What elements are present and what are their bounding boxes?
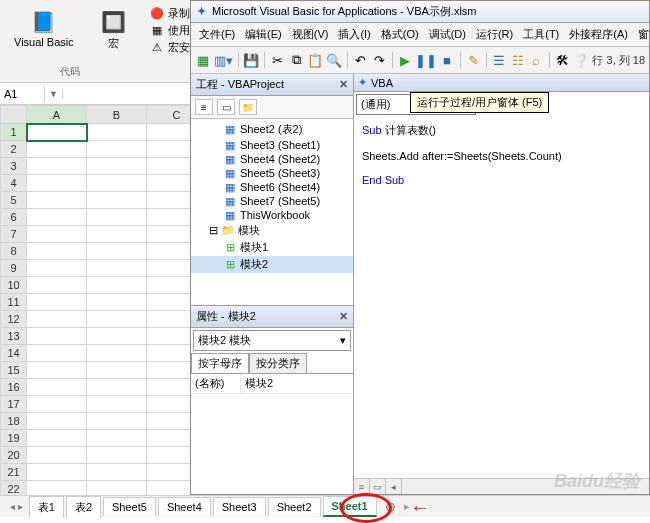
- properties-close-icon[interactable]: ✕: [339, 310, 348, 323]
- menu-format[interactable]: 格式(O): [377, 25, 423, 44]
- row-header[interactable]: 18: [1, 413, 27, 430]
- view-code-icon[interactable]: ≡: [195, 99, 213, 115]
- view-object-icon[interactable]: ▭: [217, 99, 235, 115]
- code-hscroll[interactable]: ≡ ▭ ◂: [354, 478, 649, 494]
- vba-titlebar[interactable]: ✦ Microsoft Visual Basic for Application…: [191, 1, 649, 23]
- toggle-folders-icon[interactable]: 📁: [239, 99, 257, 115]
- menu-window[interactable]: 窗口(: [634, 25, 650, 44]
- property-name-key: (名称): [191, 374, 241, 393]
- scroll-left-icon[interactable]: ◂: [386, 479, 402, 494]
- row-header[interactable]: 2: [1, 141, 27, 158]
- copy-icon[interactable]: ⧉: [289, 50, 305, 70]
- tab-scroll-right-icon[interactable]: ▸: [404, 500, 410, 513]
- row-header[interactable]: 10: [1, 277, 27, 294]
- menu-view[interactable]: 视图(V): [288, 25, 333, 44]
- tree-sheet-item[interactable]: ▦Sheet4 (Sheet2): [191, 152, 353, 166]
- tree-sheet-item[interactable]: ▦Sheet2 (表2): [191, 121, 353, 138]
- object-browser-icon[interactable]: ⌕: [529, 50, 545, 70]
- macro-label: 宏: [108, 36, 119, 51]
- col-header[interactable]: A: [27, 106, 87, 124]
- code-editor[interactable]: Sub 计算表数() Sheets.Add after:=Sheets(Shee…: [354, 117, 649, 478]
- new-sheet-button[interactable]: ⊕: [379, 499, 402, 514]
- save-icon[interactable]: 💾: [243, 50, 259, 70]
- menu-insert[interactable]: 插入(I): [334, 25, 374, 44]
- tree-sheet-item[interactable]: ▦Sheet6 (Sheet4): [191, 180, 353, 194]
- sheet-tab[interactable]: Sheet4: [158, 497, 211, 516]
- project-explorer-icon[interactable]: ☰: [492, 50, 508, 70]
- vba-editor-window: ✦ Microsoft Visual Basic for Application…: [190, 0, 650, 495]
- proc-view-icon[interactable]: ≡: [354, 479, 370, 494]
- spreadsheet-grid[interactable]: A B C 1 2 3 4 5 6 7 8 9 10 11 12 13 14 1…: [0, 105, 207, 498]
- sheet-tab[interactable]: 表1: [29, 496, 64, 518]
- view-excel-icon[interactable]: ▦: [195, 50, 211, 70]
- properties-window-icon[interactable]: ☷: [510, 50, 526, 70]
- properties-tab-category[interactable]: 按分类序: [249, 353, 307, 373]
- vba-toolbar: ▦ ▥▾ 💾 ✂ ⧉ 📋 🔍 ↶ ↷ ▶ ❚❚ ■ ✎ ☰ ☷ ⌕ 🛠 ❔ 行 …: [191, 47, 649, 74]
- row-header[interactable]: 5: [1, 192, 27, 209]
- row-header[interactable]: 15: [1, 362, 27, 379]
- cell-a1[interactable]: [27, 124, 87, 141]
- col-header[interactable]: B: [87, 106, 147, 124]
- reset-icon[interactable]: ■: [439, 50, 455, 70]
- select-all-corner[interactable]: [1, 106, 27, 124]
- tree-module-item[interactable]: ⊞模块1: [191, 239, 353, 256]
- tree-sheet-item[interactable]: ▦Sheet3 (Sheet1): [191, 138, 353, 152]
- project-close-icon[interactable]: ✕: [339, 78, 348, 91]
- tree-module-item[interactable]: ⊞模块2: [191, 256, 353, 273]
- row-header[interactable]: 13: [1, 328, 27, 345]
- undo-icon[interactable]: ↶: [353, 50, 369, 70]
- project-tree[interactable]: ▦Sheet2 (表2) ▦Sheet3 (Sheet1) ▦Sheet4 (S…: [191, 119, 353, 305]
- help-icon[interactable]: ❔: [573, 50, 589, 70]
- properties-grid[interactable]: (名称) 模块2: [191, 374, 353, 494]
- sheet-tab[interactable]: Sheet5: [103, 497, 156, 516]
- macro-button[interactable]: 🔲 宏: [96, 6, 132, 53]
- row-header[interactable]: 21: [1, 464, 27, 481]
- menu-edit[interactable]: 编辑(E): [241, 25, 286, 44]
- row-header[interactable]: 1: [1, 124, 27, 141]
- row-header[interactable]: 17: [1, 396, 27, 413]
- sheet-tab[interactable]: 表2: [66, 496, 101, 518]
- redo-icon[interactable]: ↷: [371, 50, 387, 70]
- sheet-tab[interactable]: Sheet2: [268, 497, 321, 516]
- name-box[interactable]: A1: [0, 86, 45, 102]
- row-header[interactable]: 3: [1, 158, 27, 175]
- cut-icon[interactable]: ✂: [270, 50, 286, 70]
- row-header[interactable]: 6: [1, 209, 27, 226]
- menu-debug[interactable]: 调试(D): [425, 25, 470, 44]
- menu-addins[interactable]: 外接程序(A): [565, 25, 632, 44]
- find-icon[interactable]: 🔍: [326, 50, 342, 70]
- row-header[interactable]: 7: [1, 226, 27, 243]
- row-header[interactable]: 20: [1, 447, 27, 464]
- insert-dropdown-icon[interactable]: ▥▾: [214, 50, 233, 70]
- row-header[interactable]: 14: [1, 345, 27, 362]
- name-box-dropdown[interactable]: ▼: [45, 89, 63, 99]
- property-name-value[interactable]: 模块2: [241, 374, 277, 393]
- design-mode-icon[interactable]: ✎: [465, 50, 481, 70]
- row-header[interactable]: 11: [1, 294, 27, 311]
- properties-object-dropdown[interactable]: 模块2 模块▾: [193, 330, 351, 351]
- sheet-tab-active[interactable]: Sheet1: [323, 496, 377, 517]
- sheet-tab[interactable]: Sheet3: [213, 497, 266, 516]
- row-header[interactable]: 9: [1, 260, 27, 277]
- code-window-title: ✦ VBA 运行子过程/用户窗体 (F5): [354, 74, 649, 92]
- toolbox-icon[interactable]: 🛠: [555, 50, 571, 70]
- menu-tools[interactable]: 工具(T): [519, 25, 563, 44]
- menu-run[interactable]: 运行(R): [472, 25, 517, 44]
- row-header[interactable]: 12: [1, 311, 27, 328]
- row-header[interactable]: 19: [1, 430, 27, 447]
- break-icon[interactable]: ❚❚: [416, 50, 436, 70]
- row-header[interactable]: 16: [1, 379, 27, 396]
- tree-sheet-item[interactable]: ▦Sheet7 (Sheet5): [191, 194, 353, 208]
- full-view-icon[interactable]: ▭: [370, 479, 386, 494]
- row-header[interactable]: 4: [1, 175, 27, 192]
- visual-basic-button[interactable]: 📘 Visual Basic: [10, 6, 78, 50]
- tree-sheet-item[interactable]: ▦Sheet5 (Sheet3): [191, 166, 353, 180]
- tree-modules-folder[interactable]: ⊟📁模块: [191, 222, 353, 239]
- tree-workbook-item[interactable]: ▦ThisWorkbook: [191, 208, 353, 222]
- paste-icon[interactable]: 📋: [307, 50, 323, 70]
- menu-file[interactable]: 文件(F): [195, 25, 239, 44]
- properties-tab-alpha[interactable]: 按字母序: [191, 353, 249, 373]
- tab-nav[interactable]: ◂ ▸: [6, 501, 27, 512]
- run-icon[interactable]: ▶: [398, 50, 414, 70]
- row-header[interactable]: 8: [1, 243, 27, 260]
